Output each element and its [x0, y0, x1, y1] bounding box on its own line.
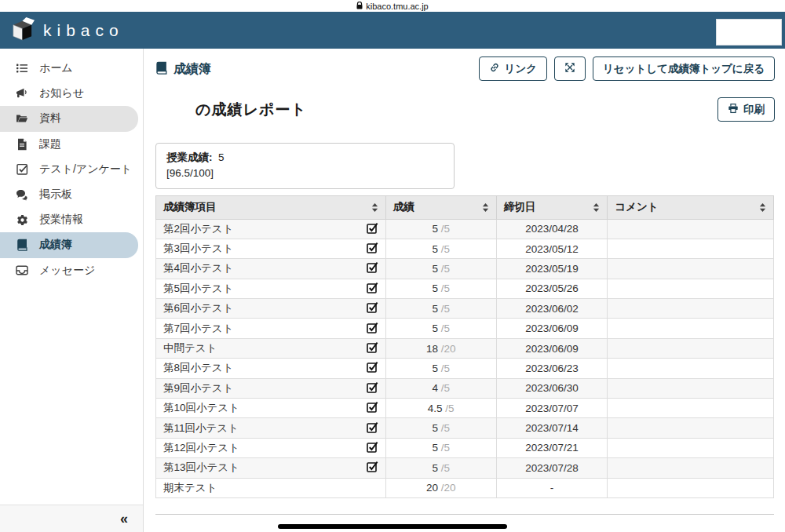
table-row[interactable]: 第3回小テスト 5 /5 2023/05/12 [156, 239, 774, 258]
score-value: 5 [432, 263, 438, 275]
item-cell: 中間テスト [156, 338, 386, 358]
checked-icon [367, 261, 378, 275]
sidebar-item-label: お知らせ [39, 86, 84, 100]
score-cell: 5 /5 [385, 219, 496, 239]
sidebar-item-assignments[interactable]: 課題 [0, 132, 138, 157]
score-cell: 5 /5 [385, 299, 496, 319]
score-max: /5 [441, 303, 450, 315]
sidebar-item-forum[interactable]: 掲示板 [0, 182, 138, 207]
table-row[interactable]: 第5回小テスト 5 /5 2023/05/26 [156, 279, 774, 298]
table-row[interactable]: 第11回小テスト 5 /5 2023/07/14 [156, 418, 774, 438]
home-indicator-bar[interactable] [278, 524, 507, 529]
score-value: 4 [432, 382, 438, 394]
sidebar-item-tests[interactable]: テスト/アンケート [0, 157, 138, 182]
column-header-item[interactable]: 成績簿項目 [156, 195, 386, 219]
book-icon [155, 61, 167, 78]
item-cell: 第6回小テスト [156, 299, 386, 319]
comment-cell [608, 219, 774, 239]
kibaco-logo-text[interactable]: kibaco [43, 21, 124, 40]
sidebar-item-course-info[interactable]: 授業情報 [0, 207, 138, 232]
browser-url-bar[interactable]: kibaco.tmu.ac.jp [0, 0, 785, 12]
reset-button-label: リセットして成績簿トップに戻る [603, 62, 765, 76]
item-label: 期末テスト [163, 481, 217, 495]
checked-icon [367, 301, 378, 315]
comment-cell [608, 478, 774, 497]
sort-icon[interactable] [482, 202, 489, 213]
sidebar-item-home[interactable]: ホーム [0, 56, 138, 81]
comment-cell [608, 259, 774, 279]
table-row[interactable]: 中間テスト 18 /20 2023/06/09 [156, 338, 774, 358]
item-label: 第11回小テスト [163, 421, 239, 435]
score-value: 5 [432, 303, 438, 315]
sidebar-item-label: ホーム [39, 61, 73, 75]
item-label: 第3回小テスト [163, 242, 233, 256]
report-title: の成績レポート [195, 100, 307, 120]
kibaco-logo-icon[interactable] [10, 16, 35, 45]
due-date: - [496, 478, 608, 497]
due-date: 2023/07/14 [496, 418, 608, 438]
sidebar-collapse-button[interactable]: « [120, 512, 128, 526]
table-row[interactable]: 第2回小テスト 5 /5 2023/04/28 [156, 219, 774, 239]
comment-cell [608, 239, 774, 258]
page-title: 成績簿 [155, 61, 211, 78]
score-value: 4.5 [428, 403, 443, 414]
score-max: /5 [441, 322, 450, 334]
sort-icon[interactable] [371, 202, 378, 213]
checked-icon [367, 421, 378, 435]
sidebar-item-label: 授業情報 [39, 213, 83, 227]
comment-cell [608, 399, 774, 418]
item-label: 第10回小テスト [163, 401, 239, 415]
table-row[interactable]: 第13回小テスト 5 /5 2023/07/28 [156, 458, 774, 478]
sidebar-item-gradebook[interactable]: 成績簿 [0, 232, 138, 257]
comment-cell [608, 359, 774, 378]
main-content: 成績簿 リンク リセットして成績簿トップに戻る の成績レポート 印刷 [144, 49, 785, 532]
sidebar-item-materials[interactable]: 資料 [0, 106, 138, 131]
item-cell: 第12回小テスト [156, 438, 386, 457]
score-value: 5 [432, 243, 438, 255]
toolbar: リンク リセットして成績簿トップに戻る [479, 56, 775, 81]
checked-icon [367, 322, 378, 336]
due-date: 2023/06/09 [496, 319, 608, 338]
due-date: 2023/05/19 [496, 259, 608, 279]
table-row[interactable]: 第10回小テスト 4.5 /5 2023/07/07 [156, 399, 774, 418]
sidebar-item-messages[interactable]: メッセージ [0, 258, 138, 283]
item-cell: 第8回小テスト [156, 359, 386, 378]
username-redaction-box [716, 19, 782, 46]
table-row[interactable]: 第6回小テスト 5 /5 2023/06/02 [156, 299, 774, 319]
list-icon [15, 62, 29, 75]
score-value: 5 [432, 282, 438, 294]
score-value: 5 [432, 223, 438, 235]
course-grade-detail: [96.5/100] [166, 166, 444, 181]
sidebar-item-announcements[interactable]: お知らせ [0, 81, 138, 106]
item-label: 第4回小テスト [163, 261, 233, 275]
item-cell: 第9回小テスト [156, 378, 386, 398]
sort-icon[interactable] [759, 202, 766, 213]
table-row[interactable]: 第12回小テスト 5 /5 2023/07/21 [156, 438, 774, 457]
item-cell: 期末テスト [156, 478, 386, 497]
due-date: 2023/05/26 [496, 279, 608, 298]
table-row[interactable]: 第8回小テスト 5 /5 2023/06/23 [156, 359, 774, 378]
table-row[interactable]: 第9回小テスト 4 /5 2023/06/30 [156, 378, 774, 398]
print-button[interactable]: 印刷 [717, 97, 775, 122]
app-header: kibaco [0, 12, 785, 49]
column-header-due[interactable]: 締切日 [496, 195, 608, 219]
score-max: /5 [441, 263, 450, 275]
sort-icon[interactable] [593, 202, 600, 213]
print-button-label: 印刷 [743, 103, 765, 117]
score-cell: 4 /5 [385, 378, 496, 398]
table-row[interactable]: 第7回小テスト 5 /5 2023/06/09 [156, 319, 774, 338]
item-label: 第6回小テスト [163, 301, 233, 315]
comment-cell [608, 299, 774, 319]
column-header-comment[interactable]: コメント [608, 195, 774, 219]
lock-icon [356, 2, 363, 11]
grade-table: 成績簿項目 成績 締切日 コメント 第2回小テスト 5 /5 2023/04/2… [155, 195, 774, 498]
link-button-label: リンク [505, 62, 537, 76]
expand-button[interactable] [554, 56, 586, 81]
score-max: /5 [441, 363, 450, 374]
column-header-score[interactable]: 成績 [385, 195, 496, 219]
score-value: 20 [426, 482, 438, 494]
link-button[interactable]: リンク [479, 56, 547, 81]
table-row[interactable]: 第4回小テスト 5 /5 2023/05/19 [156, 259, 774, 279]
table-row[interactable]: 期末テスト 20 /20 - [156, 478, 774, 497]
reset-button[interactable]: リセットして成績簿トップに戻る [593, 56, 775, 81]
